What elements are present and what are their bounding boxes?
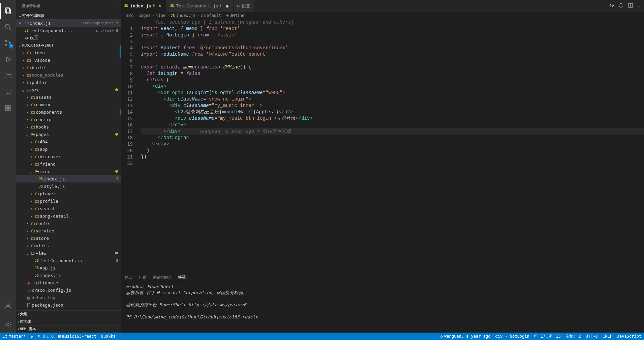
terminal-tab[interactable]: 终端 xyxy=(178,273,186,281)
tree-folder[interactable]: ›🗀router xyxy=(16,220,121,227)
code-line[interactable]: return ( xyxy=(141,77,644,83)
activity-settings[interactable] xyxy=(0,316,16,333)
status-encoding[interactable]: UTF-8 xyxy=(586,334,598,339)
tree-folder[interactable]: ›🗀config xyxy=(16,116,121,123)
status-lang[interactable]: JavaScript xyxy=(617,334,641,339)
breadcrumb-item[interactable]: mine xyxy=(156,13,165,18)
open-editor-item[interactable]: ⚙设置 xyxy=(16,34,121,41)
code-line[interactable]: </div> xyxy=(141,122,644,128)
open-editor-item[interactable]: ×JSindex.jssrc\pages\mineM xyxy=(16,19,121,27)
breadcrumb-item[interactable]: ⊙JMMine xyxy=(226,13,245,18)
tree-file[interactable]: ◆.gitignore xyxy=(16,279,121,286)
editor-tab[interactable]: JSindex.jsM× xyxy=(121,0,166,12)
code-line[interactable]: <NotLogin isLogin={isLogin} className="w… xyxy=(141,90,644,96)
tree-folder[interactable]: ⌄🗁pages xyxy=(16,131,121,138)
tree-folder[interactable]: ⌄🗁mine xyxy=(16,168,121,175)
tree-file[interactable]: JSindex.js xyxy=(16,272,121,279)
editor-tab[interactable]: ⚙设置 xyxy=(234,0,254,12)
breadcrumb-item[interactable]: src xyxy=(126,13,133,18)
status-spaces[interactable]: 空格: 2 xyxy=(565,334,581,339)
open-editors-header[interactable]: ⌄ 打开的编辑器 xyxy=(16,12,121,19)
code-line[interactable]: import Apptest from '@/components/album-… xyxy=(141,45,644,51)
more-icon[interactable]: ⋯ xyxy=(637,3,640,8)
tree-file[interactable]: {}package.json xyxy=(16,301,121,309)
status-blame[interactable]: ◇ wanguan, a year ago xyxy=(440,334,491,339)
terminal-tab[interactable]: 问题 xyxy=(139,274,146,281)
editor-body[interactable]: 12345678910111213141516171819202122 You,… xyxy=(121,19,644,272)
code-line[interactable]: ) xyxy=(141,147,644,154)
status-lncol[interactable]: 行 17，列 15 xyxy=(534,334,561,339)
sidebar-section-collapsed[interactable]: ›大纲 xyxy=(16,310,121,318)
code-line[interactable]: <div> xyxy=(141,83,644,90)
code-line[interactable]: </NotLogin> xyxy=(141,135,644,141)
sidebar-section-collapsed[interactable]: ›时间线 xyxy=(16,318,121,325)
tree-folder[interactable]: ›🗀404 xyxy=(16,138,121,145)
status-project[interactable]: ▣ music163-react xyxy=(58,334,96,339)
code-line[interactable]: </div> wanguan, a year ago • 歌词显示完成 xyxy=(141,128,644,135)
tree-folder[interactable]: ›🗀app xyxy=(16,145,121,153)
tree-folder[interactable]: ⌄🗁src xyxy=(16,86,121,93)
code-line[interactable]: <h2>登录网易云音乐{moduleName}{Apptest}</h2> xyxy=(141,109,644,115)
code-line[interactable]: </div> xyxy=(141,141,644,147)
status-errors[interactable]: ⊘ 0 ⚠ 0 xyxy=(38,334,54,339)
status-branch[interactable]: ⎇ master* xyxy=(3,334,26,339)
tree-folder[interactable]: ›🗀.idea xyxy=(16,49,121,56)
tree-folder[interactable]: ›🗀components xyxy=(16,108,121,116)
activity-explorer[interactable] xyxy=(0,3,16,19)
terminal-tab[interactable]: 调试控制台 xyxy=(153,274,172,281)
tree-file[interactable]: JScraco.config.js xyxy=(16,286,121,294)
terminal-body[interactable]: Windows PowerShell版权所有 (C) Microsoft Cor… xyxy=(121,282,644,333)
tree-file[interactable]: JSTestComponent.jsU xyxy=(16,257,121,264)
tree-folder[interactable]: ›🗀service xyxy=(16,227,121,234)
split-icon[interactable] xyxy=(628,3,633,9)
tree-file[interactable]: JSindex.jsM xyxy=(16,175,121,182)
activity-extensions[interactable] xyxy=(0,100,16,116)
activity-folder[interactable] xyxy=(0,67,16,84)
tree-folder[interactable]: ›🗀friend xyxy=(16,160,121,168)
code-pane[interactable]: You, seconds ago | 2 authors (wanguan an… xyxy=(140,19,644,272)
tree-folder[interactable]: ›🗀store xyxy=(16,234,121,242)
terminal-tab[interactable]: 输出 xyxy=(125,274,132,281)
activity-scm[interactable]: 2 xyxy=(0,35,16,51)
activity-bookmark[interactable] xyxy=(0,84,16,100)
editor-tab[interactable]: JSTestComponent.jsU● xyxy=(166,0,234,12)
run-icon[interactable] xyxy=(618,3,624,9)
tree-file[interactable]: JSstyle.js xyxy=(16,182,121,190)
tree-folder[interactable]: ›🗀common xyxy=(16,101,121,108)
close-icon[interactable]: × xyxy=(16,21,24,26)
tree-folder[interactable]: ›🗀build xyxy=(16,64,121,71)
tree-folder[interactable]: ›🗀discover xyxy=(16,153,121,160)
tree-folder[interactable]: ›🗀song-detail xyxy=(16,212,121,220)
tree-folder[interactable]: ⌄🗁view xyxy=(16,249,121,257)
tree-folder[interactable]: ›🗀.vscode xyxy=(16,56,121,64)
tree-folder[interactable]: ›🗀assets xyxy=(16,93,121,101)
tree-folder[interactable]: ›🗀player xyxy=(16,190,121,197)
sidebar-section-collapsed[interactable]: ›NPM 脚本 xyxy=(16,325,121,333)
tree-folder[interactable]: ›🗀hooks xyxy=(16,123,121,131)
status-eol[interactable]: CRLF xyxy=(603,334,612,339)
breadcrumb-item[interactable]: ⊙default xyxy=(201,13,221,18)
code-line[interactable]: import React, { memo } from 'react' xyxy=(141,26,644,32)
tree-folder[interactable]: ›🗀public xyxy=(16,79,121,86)
tree-folder[interactable]: ›🗀utils xyxy=(16,242,121,249)
code-line[interactable]: <div className="my_music btn-login">立即登录… xyxy=(141,115,644,122)
compare-icon[interactable] xyxy=(609,3,614,9)
tab-close-icon[interactable]: × xyxy=(157,3,163,8)
code-line[interactable]: export default memo(function JMMine() { xyxy=(141,64,644,70)
code-line[interactable] xyxy=(141,58,644,64)
code-line[interactable]: <div className="show-no-login"> xyxy=(141,96,644,103)
activity-search[interactable] xyxy=(0,19,16,35)
code-line[interactable] xyxy=(141,160,644,167)
code-line[interactable]: }) xyxy=(141,154,644,160)
status-quokka[interactable]: Quokka xyxy=(101,334,116,339)
open-editor-item[interactable]: JSTestComponent.jssrc\viewU xyxy=(16,27,121,34)
tab-close-icon[interactable]: ● xyxy=(224,3,230,8)
status-breadcrumb[interactable]: div › NotLogin xyxy=(495,334,529,339)
tree-folder[interactable]: ›🗀node_modules xyxy=(16,71,121,79)
activity-debug[interactable] xyxy=(0,51,16,67)
breadcrumb-item[interactable]: pages xyxy=(139,13,151,18)
code-line[interactable]: let isLogin = false xyxy=(141,70,644,77)
tree-folder[interactable]: ›🗀profile xyxy=(16,197,121,205)
project-header[interactable]: ⌄ MUSIC163-REACT xyxy=(16,41,121,49)
status-sync[interactable]: ↻ xyxy=(31,334,33,339)
